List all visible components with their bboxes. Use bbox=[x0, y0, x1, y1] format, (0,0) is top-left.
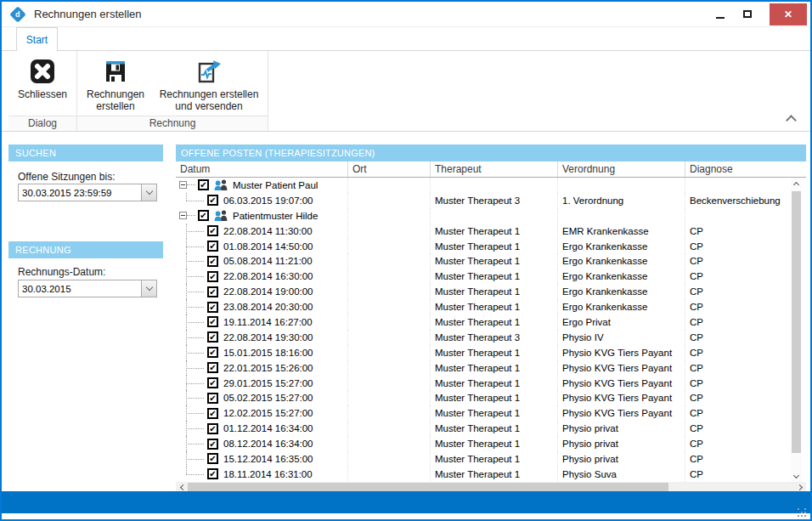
tree-connector bbox=[187, 215, 195, 216]
session-row[interactable]: ✔05.08.2014 11:21:00Muster Therapeut 1Er… bbox=[176, 253, 806, 269]
ort-cell bbox=[348, 253, 431, 269]
dropdown-button[interactable] bbox=[141, 184, 156, 201]
therapeut-cell: Muster Therapeut 1 bbox=[431, 345, 558, 360]
rechnungen-erstellen-und-versenden-button[interactable]: Rechnungen erstellen und versenden bbox=[152, 53, 266, 116]
row-checkbox[interactable]: ✔ bbox=[207, 225, 218, 236]
session-row[interactable]: ✔22.08.2014 11:30:00Muster Therapeut 1EM… bbox=[176, 224, 806, 239]
datum-cell: ✔01.08.2014 14:50:00 bbox=[176, 239, 348, 254]
ort-cell bbox=[348, 436, 431, 451]
row-checkbox[interactable]: ✔ bbox=[198, 179, 209, 190]
dropdown-button[interactable] bbox=[141, 280, 156, 297]
datum-cell: ✔22.08.2014 11:30:00 bbox=[176, 224, 348, 239]
window-title: Rechnungen erstellen bbox=[34, 8, 141, 20]
diagnose-cell: CP bbox=[685, 405, 806, 421]
column-ort[interactable]: Ort bbox=[348, 161, 431, 177]
session-row[interactable]: ✔22.08.2014 19:30:00Muster Therapeut 3Ph… bbox=[176, 330, 806, 345]
row-checkbox[interactable]: ✔ bbox=[207, 468, 218, 479]
datum-cell: ✔08.12.2014 16:34:00 bbox=[176, 436, 348, 451]
tree-collapse-toggle[interactable] bbox=[179, 181, 187, 189]
session-datetime: 05.02.2015 15:27:00 bbox=[223, 393, 313, 403]
row-checkbox[interactable]: ✔ bbox=[207, 347, 218, 358]
vertical-scroll-thumb[interactable] bbox=[792, 191, 801, 453]
diagnose-cell: CP bbox=[685, 467, 806, 482]
therapeut-cell: Muster Therapeut 1 bbox=[431, 224, 558, 239]
session-datetime: 18.11.2014 16:31:00 bbox=[223, 469, 313, 479]
content-area: SUCHEN Offene Sitzungen bis: 30.03.2015 … bbox=[2, 132, 810, 491]
row-checkbox[interactable]: ✔ bbox=[207, 195, 218, 206]
row-checkbox[interactable]: ✔ bbox=[207, 271, 218, 282]
tab-start[interactable]: Start bbox=[16, 27, 58, 51]
row-checkbox[interactable]: ✔ bbox=[207, 362, 218, 373]
column-datum[interactable]: Datum bbox=[176, 161, 348, 177]
app-icon: d bbox=[9, 6, 26, 23]
row-checkbox[interactable]: ✔ bbox=[207, 286, 218, 297]
scroll-up-button[interactable] bbox=[791, 178, 802, 190]
session-row[interactable]: ✔01.12.2014 16:34:00Muster Therapeut 1Ph… bbox=[176, 421, 806, 436]
session-row[interactable]: ✔22.08.2014 19:00:00Muster Therapeut 1Er… bbox=[176, 284, 806, 299]
column-verordnung[interactable]: Verordnung bbox=[558, 161, 685, 177]
therapeut-cell: Muster Therapeut 1 bbox=[431, 253, 558, 269]
verordnung-cell: Ergo Krankenkasse bbox=[558, 284, 685, 299]
session-row[interactable]: ✔22.01.2015 15:26:00Muster Therapeut 1Ph… bbox=[176, 360, 806, 376]
session-row[interactable]: ✔29.01.2015 15:27:00Muster Therapeut 1Ph… bbox=[176, 376, 806, 391]
tree-connector bbox=[179, 376, 204, 391]
therapeut-cell: Muster Therapeut 1 bbox=[431, 299, 558, 314]
row-checkbox[interactable]: ✔ bbox=[207, 408, 218, 419]
resize-grip[interactable] bbox=[798, 508, 808, 518]
row-checkbox[interactable]: ✔ bbox=[207, 316, 218, 327]
row-checkbox[interactable]: ✔ bbox=[207, 241, 218, 252]
session-row[interactable]: ✔05.02.2015 15:27:00Muster Therapeut 1Ph… bbox=[176, 390, 806, 405]
rechnungs-datum-label: Rechnungs-Datum: bbox=[18, 266, 105, 278]
patient-row[interactable]: ✔Patientmuster Hilde bbox=[176, 208, 806, 224]
row-checkbox[interactable]: ✔ bbox=[207, 423, 218, 434]
row-checkbox[interactable]: ✔ bbox=[198, 210, 209, 221]
session-row[interactable]: ✔08.12.2014 16:34:00Muster Therapeut 1Ph… bbox=[176, 436, 806, 451]
ort-cell bbox=[348, 345, 431, 360]
column-diagnose[interactable]: Diagnose bbox=[685, 161, 806, 177]
maximize-button[interactable] bbox=[734, 3, 761, 25]
session-row[interactable]: ✔06.03.2015 19:07:00Muster Therapeut 31.… bbox=[176, 193, 806, 208]
therapeut-cell: Muster Therapeut 1 bbox=[431, 436, 558, 451]
row-checkbox[interactable]: ✔ bbox=[207, 453, 218, 464]
session-row[interactable]: ✔15.12.2014 16:35:00Muster Therapeut 1Ph… bbox=[176, 451, 806, 467]
close-button[interactable]: ✕ bbox=[770, 3, 807, 25]
session-row[interactable]: ✔01.08.2014 14:50:00Muster Therapeut 1Er… bbox=[176, 239, 806, 254]
tree-connector bbox=[179, 330, 204, 345]
collapse-ribbon-chevron-icon[interactable] bbox=[786, 115, 797, 126]
rechnungen-erstellen-button[interactable]: Rechnungen erstellen bbox=[79, 53, 152, 116]
offene-sitzungen-bis-dropdown[interactable]: 30.03.2015 23:59:59 bbox=[18, 184, 157, 201]
row-checkbox[interactable]: ✔ bbox=[207, 377, 218, 388]
minimize-button[interactable] bbox=[707, 3, 734, 25]
patient-row[interactable]: ✔Muster Patient Paul bbox=[176, 178, 806, 193]
column-therapeut[interactable]: Therapeut bbox=[431, 161, 558, 177]
session-row[interactable]: ✔18.11.2014 16:31:00Muster Therapeut 1Ph… bbox=[176, 467, 806, 482]
row-checkbox[interactable]: ✔ bbox=[207, 439, 218, 450]
ort-cell bbox=[348, 284, 431, 299]
session-row[interactable]: ✔12.02.2015 15:27:00Muster Therapeut 1Ph… bbox=[176, 405, 806, 421]
offene-posten-panel: OFFENE POSTEN (THERAPIESITZUNGEN) Datum … bbox=[176, 132, 806, 491]
vertical-scrollbar[interactable] bbox=[791, 178, 802, 482]
session-row[interactable]: ✔19.11.2014 16:27:00Muster Therapeut 1Er… bbox=[176, 314, 806, 330]
session-datetime: 22.08.2014 19:00:00 bbox=[223, 286, 313, 297]
session-row[interactable]: ✔23.08.2014 20:30:00Muster Therapeut 1Er… bbox=[176, 299, 806, 314]
row-checkbox[interactable]: ✔ bbox=[207, 256, 218, 267]
row-checkbox[interactable]: ✔ bbox=[207, 331, 218, 343]
row-checkbox[interactable]: ✔ bbox=[207, 393, 218, 404]
datum-cell: ✔05.08.2014 11:21:00 bbox=[176, 253, 348, 269]
rechnungs-datum-value: 30.03.2015 bbox=[19, 284, 141, 294]
tree-connector bbox=[179, 299, 204, 314]
tree-collapse-toggle[interactable] bbox=[179, 212, 187, 219]
offene-sitzungen-bis-label: Offene Sitzungen bis: bbox=[18, 171, 116, 183]
diagnose-cell: CP bbox=[685, 269, 806, 284]
ort-cell bbox=[348, 299, 431, 314]
schliessen-button[interactable]: Schliessen bbox=[10, 53, 75, 116]
session-datetime: 23.08.2014 20:30:00 bbox=[223, 302, 313, 312]
scroll-down-button[interactable] bbox=[791, 470, 802, 482]
diagnose-cell: CP bbox=[685, 451, 806, 467]
rechnungs-datum-dropdown[interactable]: 30.03.2015 bbox=[18, 280, 157, 297]
session-datetime: 22.08.2014 16:30:00 bbox=[223, 271, 313, 281]
therapeut-cell: Muster Therapeut 1 bbox=[431, 405, 558, 421]
session-row[interactable]: ✔22.08.2014 16:30:00Muster Therapeut 1Er… bbox=[176, 269, 806, 284]
row-checkbox[interactable]: ✔ bbox=[207, 302, 218, 313]
session-row[interactable]: ✔15.01.2015 18:16:00Muster Therapeut 1Ph… bbox=[176, 345, 806, 360]
